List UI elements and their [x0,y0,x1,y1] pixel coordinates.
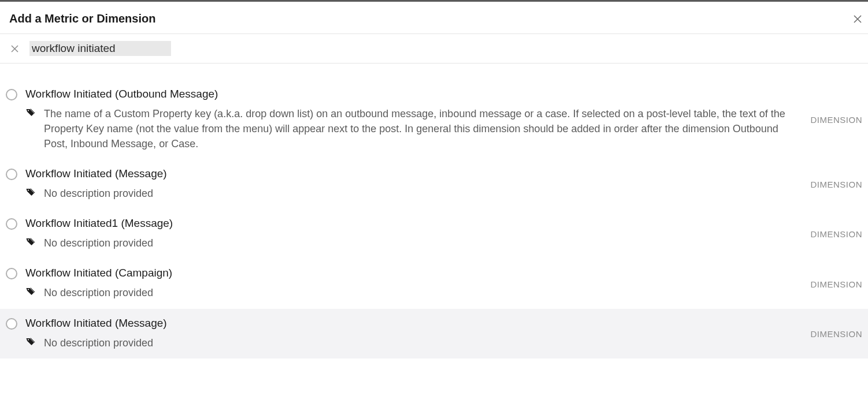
result-description: No description provided [44,236,153,251]
dialog-title: Add a Metric or Dimension [9,12,155,25]
tag-icon [25,286,36,297]
tag-icon [25,237,36,247]
result-desc-row: The name of a Custom Property key (a.k.a… [25,106,793,151]
result-main: Workflow Initiated1 (Message)No descript… [25,217,862,251]
tag-icon [25,337,36,347]
result-main: Workflow Initiated (Campaign)No descript… [25,267,862,300]
result-radio[interactable] [6,169,17,180]
search-input[interactable] [29,41,171,56]
result-title: Workflow Initiated (Message) [25,167,793,180]
result-desc-row: No description provided [25,236,793,251]
result-item[interactable]: Workflow Initiated (Campaign)No descript… [0,259,868,308]
result-main: Workflow Initiated (Message)No descripti… [25,167,862,201]
type-label: DIMENSION [810,115,862,125]
svg-point-8 [28,339,29,340]
type-label: DIMENSION [810,328,862,338]
result-desc-row: No description provided [25,335,793,350]
search-row [0,34,868,63]
result-radio[interactable] [6,218,17,230]
result-item[interactable]: Workflow Initiated1 (Message)No descript… [0,209,868,259]
result-radio[interactable] [6,89,17,100]
result-title: Workflow Initiated (Outbound Message) [25,88,793,100]
result-item[interactable]: Workflow Initiated (Outbound Message)The… [0,80,868,159]
close-icon [11,45,18,53]
tag-icon [25,107,36,118]
result-description: No description provided [44,335,153,350]
result-main: Workflow Initiated (Outbound Message)The… [25,88,862,151]
result-title: Workflow Initiated (Message) [25,317,793,330]
dialog-header: Add a Metric or Dimension [0,2,868,34]
svg-point-5 [28,190,29,191]
result-item[interactable]: Workflow Initiated (Message)No descripti… [0,309,868,358]
result-item[interactable]: Workflow Initiated (Message)No descripti… [0,159,868,209]
result-description: No description provided [44,285,153,300]
result-title: Workflow Initiated1 (Message) [25,217,793,230]
type-label: DIMENSION [810,229,862,239]
result-main: Workflow Initiated (Message)No descripti… [25,317,862,350]
result-radio[interactable] [6,268,17,279]
tag-icon [25,187,36,197]
result-radio[interactable] [6,318,17,330]
svg-point-7 [28,289,29,290]
close-dialog-button[interactable] [853,14,862,24]
type-label: DIMENSION [810,279,862,289]
clear-search-button[interactable] [10,44,19,53]
svg-point-4 [28,110,29,111]
close-icon [854,15,862,23]
svg-point-6 [28,240,29,241]
result-title: Workflow Initiated (Campaign) [25,267,793,279]
result-description: The name of a Custom Property key (a.k.a… [44,106,793,151]
result-desc-row: No description provided [25,285,793,300]
result-description: No description provided [44,186,153,201]
result-desc-row: No description provided [25,186,793,201]
results-list: Workflow Initiated (Outbound Message)The… [0,63,868,358]
type-label: DIMENSION [810,180,862,189]
